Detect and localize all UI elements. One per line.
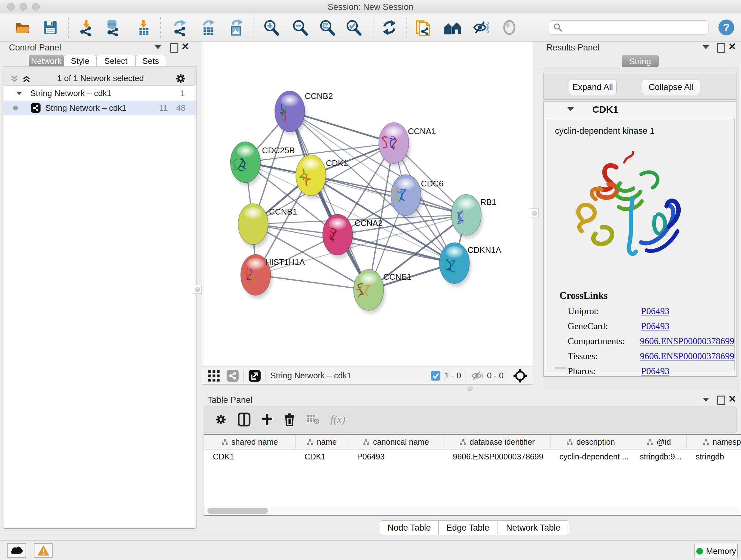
birdseye-view-icon[interactable] xyxy=(513,368,528,383)
table-cell[interactable]: 9606.ENSP00000378699 xyxy=(444,449,550,463)
network-collection-row[interactable]: String Network – cdk1 1 xyxy=(4,86,195,101)
network-node-count: 11 xyxy=(159,103,168,113)
scrollbar-thumb[interactable] xyxy=(207,508,268,514)
network-node-rb1[interactable]: RB1 xyxy=(451,194,496,239)
cloud-status-button[interactable] xyxy=(7,543,26,558)
table-cell[interactable]: CDK1 xyxy=(204,449,295,463)
table-cell[interactable]: P06493 xyxy=(348,449,444,463)
table-panel-menu-icon[interactable] xyxy=(703,398,709,401)
add-column-icon[interactable] xyxy=(261,413,273,426)
expand-all-networks-icon[interactable] xyxy=(22,74,31,84)
node-table[interactable]: shared namenamecanonical namedatabase id… xyxy=(204,434,741,516)
results-panel-close-icon[interactable]: ✕ xyxy=(728,43,736,51)
selected-checkbox-icon[interactable] xyxy=(430,371,441,381)
network-node-cdkn1a[interactable]: CDKN1A xyxy=(440,243,501,287)
tab-sets[interactable]: Sets xyxy=(135,55,166,67)
network-view-share-icon[interactable] xyxy=(226,369,239,382)
column-header-namespace[interactable]: namespace xyxy=(687,435,741,449)
table-panel-float-icon[interactable] xyxy=(717,395,725,405)
toolbar-separator xyxy=(406,17,407,38)
results-panel-menu-icon[interactable] xyxy=(703,45,709,49)
crosslink-row: Pharos:P06493 xyxy=(568,366,734,376)
results-panel-float-icon[interactable] xyxy=(717,43,725,53)
crosslink-link[interactable]: P06493 xyxy=(641,306,670,316)
table-cell[interactable]: stringdb xyxy=(687,449,741,463)
import-network-from-database-icon[interactable] xyxy=(104,18,122,37)
tab-network-table[interactable]: Network Table xyxy=(497,520,569,535)
share-document-icon[interactable] xyxy=(415,18,433,37)
left-splitter-handle[interactable] xyxy=(193,285,202,294)
table-row[interactable]: CDK1CDK1P064939606.ENSP00000378699cyclin… xyxy=(204,449,741,463)
network-node-ccna1[interactable]: CCNA1 xyxy=(379,123,436,167)
save-session-icon[interactable] xyxy=(42,18,59,37)
crosslink-label: Tissues: xyxy=(568,351,640,361)
network-node-ccnb1[interactable]: CCNB1 xyxy=(238,204,297,248)
bottom-splitter-handle[interactable] xyxy=(465,384,474,392)
import-table-icon[interactable] xyxy=(135,18,152,37)
warnings-button[interactable] xyxy=(34,543,53,558)
help-icon[interactable]: ? xyxy=(718,18,735,37)
memory-button[interactable]: Memory xyxy=(694,544,738,558)
table-panel-close-icon[interactable]: ✕ xyxy=(728,395,736,403)
results-scrollbar-stub[interactable] xyxy=(555,367,566,369)
right-splitter-handle[interactable] xyxy=(530,208,539,217)
import-network-icon[interactable] xyxy=(77,18,95,37)
table-horizontal-scrollbar[interactable] xyxy=(204,507,740,515)
column-header-name[interactable]: name xyxy=(295,435,348,449)
network-graph[interactable]: CCNB2CCNA1CDC25BCDK1CDC6RB1CCNB1CCNA2CDK… xyxy=(202,42,533,367)
delete-column-trash-icon[interactable] xyxy=(284,413,295,426)
crosslink-link[interactable]: P06493 xyxy=(641,321,670,331)
control-panel-menu-icon[interactable] xyxy=(155,45,161,49)
tab-network[interactable]: Network xyxy=(29,55,64,67)
network-node-ccne1[interactable]: CCNE1 xyxy=(354,269,411,314)
string-home-icon[interactable] xyxy=(444,18,461,37)
hide-glass-icon[interactable] xyxy=(472,18,489,37)
zoom-selected-icon[interactable] xyxy=(345,18,362,37)
zoom-out-icon[interactable] xyxy=(291,18,309,37)
table-cell[interactable]: CDK1 xyxy=(295,449,348,463)
column-header-description[interactable]: description xyxy=(550,435,631,449)
collection-expand-icon[interactable] xyxy=(16,91,22,95)
column-header-canonical-name[interactable]: canonical name xyxy=(348,435,444,449)
export-network-icon[interactable] xyxy=(172,18,190,37)
open-session-icon[interactable] xyxy=(13,18,31,37)
open-in-new-window-icon[interactable] xyxy=(248,369,261,382)
tab-select[interactable]: Select xyxy=(96,55,135,67)
tab-style[interactable]: Style xyxy=(64,55,96,67)
collapse-all-button[interactable]: Collapse All xyxy=(642,79,700,95)
network-edge[interactable] xyxy=(256,275,368,290)
network-node-cdc25b[interactable]: CDC25B xyxy=(230,142,295,186)
crosslink-row: Compartments:9606.ENSP00000378699 xyxy=(568,336,734,347)
tab-string[interactable]: String xyxy=(622,55,659,68)
show-columns-icon[interactable] xyxy=(238,413,251,427)
export-table-icon[interactable] xyxy=(199,18,217,37)
gene-section-collapse-icon[interactable] xyxy=(567,107,574,111)
table-options-gear-icon[interactable] xyxy=(215,414,227,426)
collapse-all-networks-icon[interactable] xyxy=(10,74,19,84)
refresh-icon[interactable] xyxy=(381,18,398,37)
network-row[interactable]: String Network – cdk1 11 48 xyxy=(4,101,195,115)
column-header-database-identifier[interactable]: database identifier xyxy=(444,435,550,449)
network-node-ccna2[interactable]: CCNA2 xyxy=(323,214,383,259)
network-node-ccnb2[interactable]: CCNB2 xyxy=(275,91,333,135)
network-canvas[interactable]: CCNB2CCNA1CDC25BCDK1CDC6RB1CCNB1CCNA2CDK… xyxy=(202,42,533,367)
crosslink-link[interactable]: 9606.ENSP00000378699 xyxy=(640,351,734,361)
grid-view-icon[interactable] xyxy=(208,369,221,382)
crosslink-link[interactable]: P06493 xyxy=(641,366,670,376)
toolbar-search-field[interactable] xyxy=(549,20,709,35)
expand-all-button[interactable]: Expand All xyxy=(569,79,616,95)
zoom-in-icon[interactable] xyxy=(262,18,280,37)
control-panel-float-icon[interactable] xyxy=(170,43,179,53)
export-image-icon[interactable] xyxy=(227,18,245,37)
tab-node-table[interactable]: Node Table xyxy=(380,520,439,535)
search-input[interactable] xyxy=(566,22,708,33)
column-header--id[interactable]: @id xyxy=(631,435,687,449)
table-cell[interactable]: cyclin-dependent ... xyxy=(550,449,631,463)
zoom-fit-icon[interactable] xyxy=(318,18,336,37)
network-list-options-gear-icon[interactable] xyxy=(175,73,186,84)
control-panel-close-icon[interactable]: ✕ xyxy=(181,43,189,51)
tab-edge-table[interactable]: Edge Table xyxy=(439,520,497,535)
crosslink-link[interactable]: 9606.ENSP00000378699 xyxy=(640,336,734,347)
column-header-shared-name[interactable]: shared name xyxy=(204,435,295,449)
table-cell[interactable]: stringdb:9... xyxy=(631,449,687,463)
